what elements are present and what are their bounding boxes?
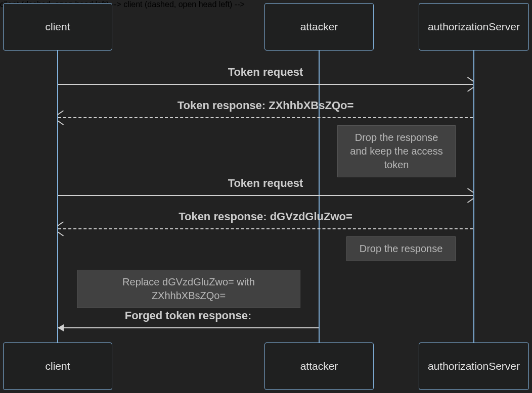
actor-attacker-bottom: attacker [264,342,374,390]
note-drop-response: Drop the response [346,236,456,261]
arrowhead-icon [467,81,473,88]
note-text: Drop the response [360,243,443,254]
lifeline-client [57,51,58,342]
arrowhead-icon [58,114,64,121]
actor-authserver-bottom: authorizationServer [419,342,529,390]
note-replace-token: Replace dGVzdGluZwo= with ZXhhbXBsZQo= [77,270,300,308]
actor-label: attacker [300,21,338,33]
lifeline-authserver [473,51,474,342]
note-text: Drop the response and keep the access to… [350,132,442,170]
actor-client-top: client [3,3,112,51]
arrow-m3 [58,195,473,195]
actor-attacker-top: attacker [264,3,374,51]
actor-label: attacker [300,360,338,372]
actor-authserver-top: authorizationServer [419,3,529,51]
message-token-request-2: Token request [58,177,473,190]
arrowhead-icon [467,192,473,199]
arrowhead-icon [58,324,64,331]
lifeline-attacker [319,51,320,342]
arrow-m4 [58,228,473,229]
arrowhead-icon [58,225,64,232]
arrow-m5 [58,327,319,328]
actor-label: client [45,360,70,372]
actor-label: authorizationServer [428,360,520,372]
actor-client-bottom: client [3,342,112,390]
actor-label: client [45,21,70,33]
message-token-response-2: Token response: dGVzdGluZwo= [58,210,473,223]
note-drop-keep-token: Drop the response and keep the access to… [337,125,456,177]
message-token-response-1: Token response: ZXhhbXBsZQo= [58,99,473,112]
message-forged-response: Forged token response: [58,309,319,322]
arrow-m1 [58,84,473,84]
message-token-request-1: Token request [58,66,473,79]
actor-label: authorizationServer [428,21,520,33]
note-text: Replace dGVzdGluZwo= with ZXhhbXBsZQo= [122,276,255,301]
arrow-m2 [58,117,473,118]
